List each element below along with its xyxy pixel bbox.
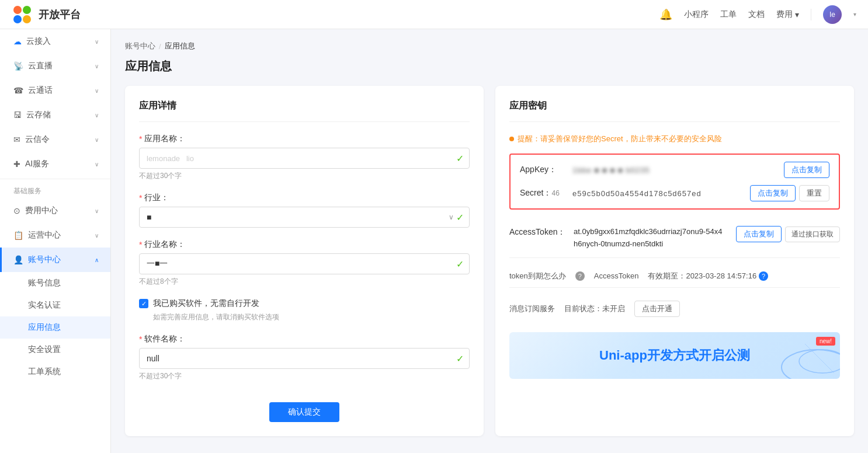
expire-question-icon[interactable]: ? xyxy=(759,271,768,281)
app-name-input-wrap: ✓ xyxy=(139,148,470,169)
software-name-input[interactable] xyxy=(139,348,470,369)
svg-point-1 xyxy=(23,6,31,14)
nav-ticket[interactable]: 工单 xyxy=(720,9,737,20)
sidebar-sub-app-info[interactable]: 应用信息 xyxy=(0,316,110,339)
form-item-app-name: * 应用名称： ✓ 不超过30个字 xyxy=(139,134,470,181)
industry-name-input-wrap: ✓ xyxy=(139,253,470,274)
sidebar-sub-order-system[interactable]: 工单系统 xyxy=(0,361,110,383)
expire-info: 有效期至：2023-03-28 14:57:16 ? xyxy=(648,271,768,281)
sidebar-sub-security[interactable]: 安全设置 xyxy=(0,339,110,361)
nav-mini-program[interactable]: 小程序 xyxy=(684,9,709,20)
checkbox-label: 我已购买软件，无需自行开发 xyxy=(153,298,259,309)
industry-name-input[interactable] xyxy=(139,253,470,274)
secret-reset-button[interactable]: 重置 xyxy=(799,185,829,201)
sidebar-item-ai[interactable]: ✚ AI服务 ∨ xyxy=(0,152,110,176)
checkbox-checkmark-icon: ✓ xyxy=(141,300,147,308)
sidebar-item-cloud-live-left: 📡 云直播 xyxy=(13,61,53,71)
warning-text: 提醒：请妥善保管好您的Secret，防止带来不必要的安全风险 xyxy=(518,134,722,144)
app-secret-title: 应用密钥 xyxy=(509,100,840,122)
billing-icon: ⊙ xyxy=(13,206,20,215)
sidebar-item-cloud-cmd-left: ✉ 云信令 xyxy=(13,134,50,145)
industry-required-mark: * xyxy=(139,193,142,203)
cloud-talk-chevron-icon: ∨ xyxy=(95,88,99,94)
sidebar-item-ops[interactable]: 📋 运营中心 ∨ xyxy=(0,223,110,248)
sidebar-item-cloud-cmd[interactable]: ✉ 云信令 ∨ xyxy=(0,127,110,152)
token-expire-label: token到期怎么办 xyxy=(509,271,566,281)
app-name-input[interactable] xyxy=(139,148,470,169)
sidebar-item-cloud-store[interactable]: 🖫 云存储 ∨ xyxy=(0,103,110,127)
ai-icon: ✚ xyxy=(13,159,20,169)
sidebar-item-ai-left: ✚ AI服务 xyxy=(13,159,49,169)
sidebar-item-account[interactable]: 👤 账号中心 ∧ xyxy=(0,248,110,272)
promo-text: Uni-app开发方式开启公测 xyxy=(599,347,750,364)
appkey-copy-button[interactable]: 点击复制 xyxy=(784,162,829,178)
svg-point-2 xyxy=(13,15,22,23)
promo-decoration-icon xyxy=(770,332,840,379)
access-token-value: at.0yb9gxx61mzfqdklc36udrriazj7onu9-54x4… xyxy=(574,226,725,250)
nav-docs[interactable]: 文档 xyxy=(748,9,765,20)
ops-icon: 📋 xyxy=(13,231,23,240)
industry-select[interactable]: ■ xyxy=(139,207,470,228)
notification-bell-icon[interactable]: 🔔 xyxy=(659,8,672,21)
billing-chevron-icon: ∨ xyxy=(95,208,99,214)
svg-point-4 xyxy=(782,350,840,379)
logo-area: 开放平台 xyxy=(12,4,81,25)
svg-point-5 xyxy=(799,350,840,373)
industry-name-label: * 行业名称： xyxy=(139,239,470,250)
logo-text: 开放平台 xyxy=(39,8,81,22)
industry-name-hint: 不超过8个字 xyxy=(139,277,470,287)
avatar-chevron-icon: ▾ xyxy=(853,11,856,18)
nav-divider xyxy=(811,9,811,20)
secret-label: Secret：46 xyxy=(520,188,572,198)
secret-copy-button[interactable]: 点击复制 xyxy=(750,185,796,201)
cloud-store-icon: 🖫 xyxy=(13,110,22,120)
two-col-grid: 应用详情 * 应用名称： ✓ 不超过30个字 * xyxy=(125,86,854,436)
breadcrumb-account-center[interactable]: 账号中心 xyxy=(125,41,155,51)
appkey-value: 1bbe ■ ■ ■ ■ b0235 xyxy=(572,166,779,175)
via-api-button[interactable]: 通过接口获取 xyxy=(785,226,840,242)
warning-dot-icon xyxy=(509,137,514,141)
industry-select-wrap: ■ ∨ ✓ xyxy=(139,207,470,228)
subscription-row: 消息订阅服务 目前状态：未开启 点击开通 xyxy=(509,295,840,323)
promo-banner: Uni-app开发方式开启公测 new! xyxy=(509,332,840,379)
app-name-label: * 应用名称： xyxy=(139,134,470,144)
app-name-required-mark: * xyxy=(139,134,142,144)
software-name-required-mark: * xyxy=(139,334,142,344)
sidebar-item-cloud-talk[interactable]: ☎ 云通话 ∨ xyxy=(0,78,110,103)
account-chevron-icon: ∧ xyxy=(95,257,99,263)
software-name-input-wrap: ✓ xyxy=(139,348,470,369)
software-name-valid-icon: ✓ xyxy=(456,353,464,364)
industry-select-icons: ∨ ✓ xyxy=(449,212,464,223)
subscription-open-button[interactable]: 点击开通 xyxy=(634,301,680,317)
checkbox-row: ✓ 我已购买软件，无需自行开发 xyxy=(139,298,470,309)
app-secret-card: 应用密钥 提醒：请妥善保管好您的Secret，防止带来不必要的安全风险 AppK… xyxy=(495,86,854,436)
purchase-checkbox[interactable]: ✓ xyxy=(139,299,148,308)
user-avatar[interactable]: Ie xyxy=(823,5,842,24)
content-area: 账号中心 / 应用信息 应用信息 应用详情 * 应用名称： ✓ xyxy=(111,29,868,453)
access-token-label2: AccessToken xyxy=(594,271,639,280)
sidebar-item-cloud-live[interactable]: 📡 云直播 ∨ xyxy=(0,54,110,78)
cloud-talk-icon: ☎ xyxy=(13,86,23,95)
app-details-card: 应用详情 * 应用名称： ✓ 不超过30个字 * xyxy=(125,86,484,436)
main-layout: ☁ 云接入 ∨ 📡 云直播 ∨ ☎ 云通话 ∨ 🖫 云存储 xyxy=(0,29,868,453)
account-icon: 👤 xyxy=(13,255,23,264)
token-expire-question-icon[interactable]: ? xyxy=(575,271,585,281)
sidebar-section-basic: 基础服务 xyxy=(0,182,110,198)
sidebar-item-cloud-talk-left: ☎ 云通话 xyxy=(13,85,53,96)
industry-name-required-mark: * xyxy=(139,240,142,249)
secret-box: AppKey： 1bbe ■ ■ ■ ■ b0235 点击复制 Secret：4… xyxy=(509,154,840,210)
ai-chevron-icon: ∨ xyxy=(95,161,99,168)
form-submit-wrap: 确认提交 xyxy=(139,393,470,422)
sidebar-item-billing[interactable]: ⊙ 费用中心 ∨ xyxy=(0,198,110,223)
sidebar-sub-real-name[interactable]: 实名认证 xyxy=(0,294,110,316)
nav-billing[interactable]: 费用 ▾ xyxy=(776,9,799,20)
sidebar-sub-account-info[interactable]: 账号信息 xyxy=(0,272,110,294)
sidebar-item-cloud-in[interactable]: ☁ 云接入 ∨ xyxy=(0,29,110,54)
expire-text: 有效期至：2023-03-28 14:57:16 xyxy=(648,271,756,281)
access-token-copy-button[interactable]: 点击复制 xyxy=(736,226,782,242)
form-item-software-name: * 软件名称： ✓ 不超过30个字 xyxy=(139,334,470,381)
sidebar-item-account-left: 👤 账号中心 xyxy=(13,255,61,265)
industry-name-valid-icon: ✓ xyxy=(456,259,464,270)
submit-button[interactable]: 确认提交 xyxy=(269,402,339,422)
checkbox-hint: 如需完善应用信息，请取消购买软件选项 xyxy=(153,312,470,322)
